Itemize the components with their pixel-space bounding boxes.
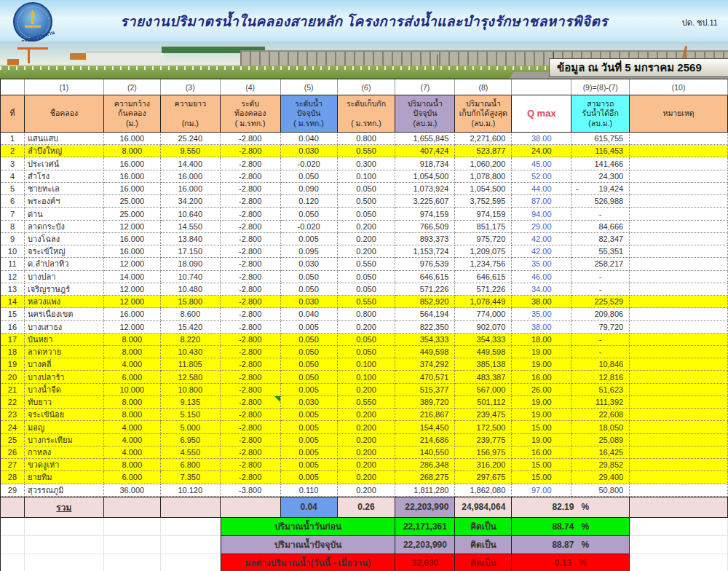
cell[interactable]: ทับยาว xyxy=(25,396,104,409)
cell[interactable]: 239,775 xyxy=(455,434,512,446)
cell[interactable]: 51,623 xyxy=(571,384,630,396)
cell[interactable]: 8 xyxy=(1,221,25,233)
cell[interactable] xyxy=(630,283,728,296)
cell[interactable]: 0.200 xyxy=(338,421,396,433)
cell[interactable]: 6.950 xyxy=(161,434,221,446)
cell[interactable]: 4.000 xyxy=(104,446,161,459)
cell[interactable] xyxy=(630,170,728,183)
cell[interactable] xyxy=(630,221,728,233)
cell[interactable]: 0.040 xyxy=(281,308,338,320)
cell[interactable]: 15 xyxy=(1,308,25,320)
cell[interactable]: 0.095 xyxy=(281,245,338,258)
cell[interactable]: 0.200 xyxy=(338,446,396,459)
cell[interactable]: 13 xyxy=(1,283,25,296)
cell[interactable]: -2.800 xyxy=(221,183,281,195)
cell[interactable]: บางปลาร้า xyxy=(25,371,104,383)
cell[interactable]: 0.005 xyxy=(281,233,338,245)
cell[interactable]: 0.050 xyxy=(338,283,396,296)
cell[interactable]: -2.800 xyxy=(221,384,281,396)
cell[interactable]: 42.00 xyxy=(512,245,571,258)
cell[interactable]: 0.050 xyxy=(281,170,338,183)
cell[interactable]: จระเข้น้อย xyxy=(25,409,104,421)
cell[interactable]: 2,271,600 xyxy=(455,133,512,145)
cell[interactable] xyxy=(630,296,728,308)
cell[interactable]: 615,755 xyxy=(571,133,630,145)
cell[interactable]: 11.805 xyxy=(161,358,221,371)
cell[interactable]: 15.800 xyxy=(161,296,221,308)
cell[interactable]: 7.350 xyxy=(161,471,221,484)
cell[interactable]: 5 xyxy=(1,183,25,195)
cell[interactable]: 46.00 xyxy=(512,271,571,283)
cell[interactable]: บ้นหยา xyxy=(25,334,104,346)
cell[interactable]: 0.050 xyxy=(281,271,338,283)
total-cell[interactable]: 0.04 xyxy=(281,497,338,518)
cell[interactable]: 0.500 xyxy=(338,195,396,208)
cell[interactable]: 6.000 xyxy=(104,371,161,383)
cell[interactable]: 10.640 xyxy=(161,208,221,220)
cell[interactable]: 239,475 xyxy=(455,409,512,421)
cell[interactable]: 10.000 xyxy=(104,384,161,396)
cell[interactable]: 18.00 xyxy=(512,334,571,346)
cell[interactable] xyxy=(630,233,728,245)
cell[interactable]: 774,000 xyxy=(455,308,512,320)
cell[interactable]: 26.00 xyxy=(512,384,571,396)
cell[interactable]: 515,377 xyxy=(395,384,455,396)
cell[interactable]: 17.150 xyxy=(161,245,221,258)
cell[interactable]: 16.000 xyxy=(104,170,161,183)
cell[interactable]: 29.00 xyxy=(512,221,571,233)
cell[interactable]: 17 xyxy=(1,334,25,346)
column-header[interactable]: ปริมาณน้ำ ปัจจุบัน (ลบ.ม.) xyxy=(395,95,455,133)
cell[interactable]: 0.200 xyxy=(338,321,396,334)
cell[interactable]: 852,920 xyxy=(395,296,455,308)
cell[interactable]: 44.00 xyxy=(512,183,571,195)
cell[interactable]: 34.200 xyxy=(161,195,221,208)
column-header[interactable]: ความกว้าง ก้นคลอง (ม.) xyxy=(104,95,161,133)
cell[interactable]: 111,392 xyxy=(571,396,630,409)
cell[interactable]: 19.00 xyxy=(512,396,571,409)
cell[interactable]: 18.090 xyxy=(161,258,221,270)
cell[interactable]: 97.00 xyxy=(512,484,571,497)
cell[interactable]: -2.800 xyxy=(221,145,281,157)
cell[interactable]: 16.000 xyxy=(104,183,161,195)
cell[interactable]: 0.005 xyxy=(281,409,338,421)
cell[interactable]: 0.200 xyxy=(338,434,396,446)
cell[interactable]: 893,373 xyxy=(395,233,455,245)
cell[interactable]: 25.240 xyxy=(161,133,221,145)
total-cell[interactable]: 82.19% xyxy=(512,497,630,518)
cell[interactable]: - xyxy=(571,208,630,220)
cell[interactable]: 29,400 xyxy=(571,471,630,484)
cell[interactable]: 564,194 xyxy=(395,308,455,320)
cell[interactable]: 4.550 xyxy=(161,446,221,459)
cell[interactable]: -2.800 xyxy=(221,221,281,233)
cell[interactable]: 94.00 xyxy=(512,208,571,220)
cell[interactable]: -2.800 xyxy=(221,208,281,220)
cell[interactable]: ชายทะเล xyxy=(25,183,104,195)
cell[interactable]: บางเสาธง xyxy=(25,321,104,334)
cell[interactable] xyxy=(630,208,728,220)
cell[interactable] xyxy=(630,334,728,346)
cell[interactable]: 16.000 xyxy=(104,133,161,145)
cell[interactable]: -2.800 xyxy=(221,334,281,346)
cell[interactable]: 0.005 xyxy=(281,459,338,471)
cell[interactable]: -2.800 xyxy=(221,421,281,433)
cell[interactable]: 0.100 xyxy=(338,170,396,183)
cell[interactable]: 4.000 xyxy=(104,421,161,433)
cell[interactable]: 0.550 xyxy=(338,296,396,308)
cell[interactable]: 12,816 xyxy=(571,371,630,383)
cell[interactable]: 42.00 xyxy=(512,233,571,245)
total-cell[interactable]: 24,984,064 xyxy=(455,497,512,518)
cell[interactable]: 5.000 xyxy=(161,421,221,433)
cell[interactable]: 216,867 xyxy=(395,409,455,421)
cell[interactable]: 407,424 xyxy=(395,145,455,157)
cell[interactable]: 8.000 xyxy=(104,145,161,157)
cell[interactable] xyxy=(630,258,728,270)
cell[interactable]: 526,988 xyxy=(571,195,630,208)
cell[interactable]: 16.000 xyxy=(161,170,221,183)
column-header[interactable]: ระดับน้ำ ปัจจุบัน ( ม.รทก.) xyxy=(281,95,338,133)
cell[interactable]: 316,200 xyxy=(455,459,512,471)
cell[interactable]: หลวงแพ่ง xyxy=(25,296,104,308)
cell[interactable]: 16.000 xyxy=(104,233,161,245)
cell[interactable]: สำโรง xyxy=(25,170,104,183)
cell[interactable] xyxy=(630,157,728,170)
cell[interactable]: 571,226 xyxy=(455,283,512,296)
